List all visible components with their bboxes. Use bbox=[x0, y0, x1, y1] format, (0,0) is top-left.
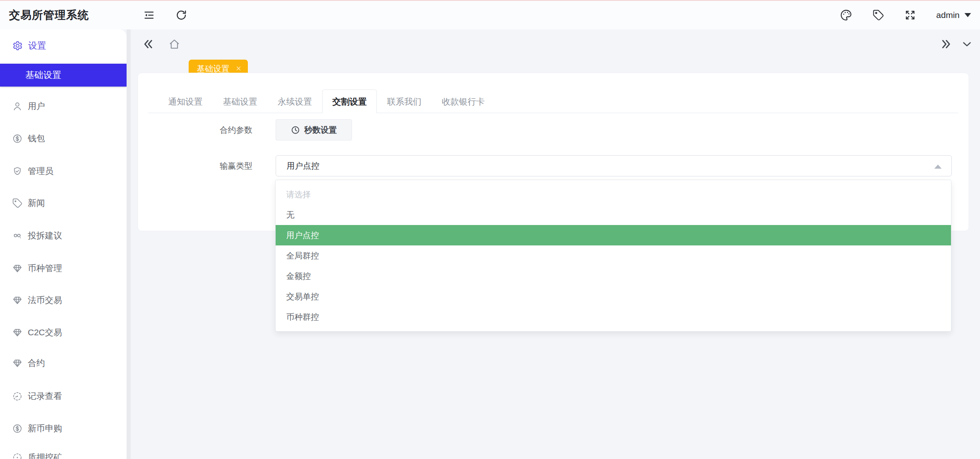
dropdown-option[interactable]: 请选择 bbox=[276, 184, 951, 205]
sidebar-item-basic-settings-active[interactable]: 基础设置 bbox=[0, 64, 127, 87]
shield-check-icon bbox=[12, 166, 22, 176]
news-tag-icon bbox=[12, 198, 22, 208]
double-chevron-left-icon[interactable] bbox=[142, 29, 154, 59]
wallet-icon bbox=[12, 134, 22, 144]
chevron-down-icon[interactable] bbox=[961, 29, 973, 59]
sidebar-item-settings[interactable]: 设置 bbox=[0, 37, 127, 55]
tab-item[interactable]: 收款银行卡 bbox=[432, 89, 495, 113]
dropdown-option[interactable]: 币种群控 bbox=[276, 307, 951, 327]
gem-icon bbox=[12, 263, 22, 274]
sidebar-item-label: C2C交易 bbox=[28, 327, 62, 338]
sidebar-item[interactable]: 币种管理 bbox=[0, 259, 127, 277]
gem-icon bbox=[12, 328, 22, 338]
sidebar-item[interactable]: 法币交易 bbox=[0, 291, 127, 309]
sidebar-item-label: 钱包 bbox=[28, 133, 45, 144]
progress-bar bbox=[0, 0, 980, 1]
sidebar-item[interactable]: 管理员 bbox=[0, 162, 127, 180]
tab-item[interactable]: 通知设置 bbox=[158, 89, 213, 113]
user-icon bbox=[12, 101, 22, 111]
close-icon[interactable]: × bbox=[236, 64, 241, 73]
sidebar-item-label: 新币申购 bbox=[28, 423, 62, 434]
sidebar-item[interactable]: 合约 bbox=[0, 354, 127, 372]
home-icon[interactable] bbox=[168, 29, 180, 59]
seconds-settings-label: 秒数设置 bbox=[304, 125, 337, 136]
mining-icon bbox=[12, 452, 22, 459]
records-icon bbox=[12, 391, 22, 401]
caret-down-icon bbox=[964, 13, 971, 17]
dropdown-option[interactable]: 用户点控 bbox=[276, 225, 951, 245]
sidebar-item-label: 法币交易 bbox=[28, 294, 62, 306]
sidebar-item-label: 管理员 bbox=[28, 165, 53, 177]
coin-dollar-icon bbox=[12, 423, 22, 434]
sidebar-item[interactable]: 新币申购 bbox=[0, 419, 127, 437]
palette-icon[interactable] bbox=[840, 9, 852, 21]
sidebar-item[interactable]: C2C交易 bbox=[0, 323, 127, 341]
tabs: 通知设置基础设置永续设置交割设置联系我们收款银行卡 bbox=[148, 89, 958, 113]
tab-item[interactable]: 永续设置 bbox=[267, 89, 322, 113]
win-type-dropdown: 请选择无用户点控全局群控金额控交易单控币种群控 bbox=[275, 180, 951, 332]
app-title: 交易所管理系统 bbox=[9, 1, 89, 29]
sidebar-item[interactable]: 钱包 bbox=[0, 129, 127, 147]
sidebar-item[interactable]: 用户 bbox=[0, 97, 127, 115]
tab-active[interactable]: 交割设置 bbox=[322, 89, 377, 113]
tab-item[interactable]: 基础设置 bbox=[213, 89, 267, 113]
sidebar-item-label: 新闻 bbox=[28, 197, 45, 209]
gem-icon bbox=[12, 358, 22, 368]
user-name: admin bbox=[936, 10, 960, 20]
double-chevron-right-icon[interactable] bbox=[940, 29, 952, 59]
user-menu[interactable]: admin bbox=[936, 10, 971, 20]
sidebar-item[interactable]: 质押挖矿 bbox=[0, 448, 127, 459]
refresh-button[interactable] bbox=[176, 1, 187, 29]
sidebar-item-label: 投拆建议 bbox=[28, 230, 62, 241]
sidebar-item[interactable]: 记录查看 bbox=[0, 387, 127, 405]
refresh-icon bbox=[176, 9, 187, 21]
sidebar-item-label: 合约 bbox=[28, 357, 45, 369]
win-type-select[interactable]: 用户点控 bbox=[276, 155, 952, 176]
seconds-settings-button[interactable]: 秒数设置 bbox=[276, 119, 352, 140]
caret-up-icon bbox=[934, 165, 942, 169]
sidebar-item-label: 质押挖矿 bbox=[28, 452, 62, 459]
dropdown-option[interactable]: 金额控 bbox=[276, 266, 951, 286]
tag-bar: 基础设置 × bbox=[0, 29, 980, 59]
sidebar: 设置 基础设置 用户钱包管理员新闻投拆建议币种管理法币交易C2C交易合约记录查看… bbox=[0, 29, 127, 459]
sidebar-active-label: 基础设置 bbox=[25, 69, 61, 81]
sidebar-item-label: 设置 bbox=[28, 40, 46, 52]
sidebar-item-label: 用户 bbox=[28, 100, 45, 112]
tag-icon[interactable] bbox=[873, 9, 884, 21]
sidebar-item[interactable]: 投拆建议 bbox=[0, 227, 127, 245]
sidebar-item-label: 记录查看 bbox=[28, 390, 62, 402]
tab-item[interactable]: 联系我们 bbox=[377, 89, 432, 113]
fold-menu-button[interactable] bbox=[143, 1, 155, 29]
top-header: 交易所管理系统 bbox=[0, 1, 980, 29]
contract-params-label: 合约参数 bbox=[138, 119, 252, 140]
fullscreen-icon[interactable] bbox=[904, 9, 916, 21]
dropdown-option[interactable]: 全局群控 bbox=[276, 245, 951, 266]
dropdown-option[interactable]: 无 bbox=[276, 205, 951, 225]
win-type-select-value: 用户点控 bbox=[287, 160, 319, 172]
win-type-label: 输赢类型 bbox=[138, 155, 252, 176]
sidebar-item-label: 币种管理 bbox=[28, 263, 62, 274]
gem-icon bbox=[12, 295, 22, 305]
sidebar-scrollbar[interactable] bbox=[127, 29, 131, 459]
gear-icon bbox=[12, 40, 23, 51]
fold-menu-icon bbox=[143, 9, 155, 21]
sidebar-item[interactable]: 新闻 bbox=[0, 194, 127, 212]
dropdown-option[interactable]: 交易单控 bbox=[276, 286, 951, 307]
clock-icon bbox=[291, 125, 300, 135]
feedback-link-icon bbox=[12, 231, 22, 241]
